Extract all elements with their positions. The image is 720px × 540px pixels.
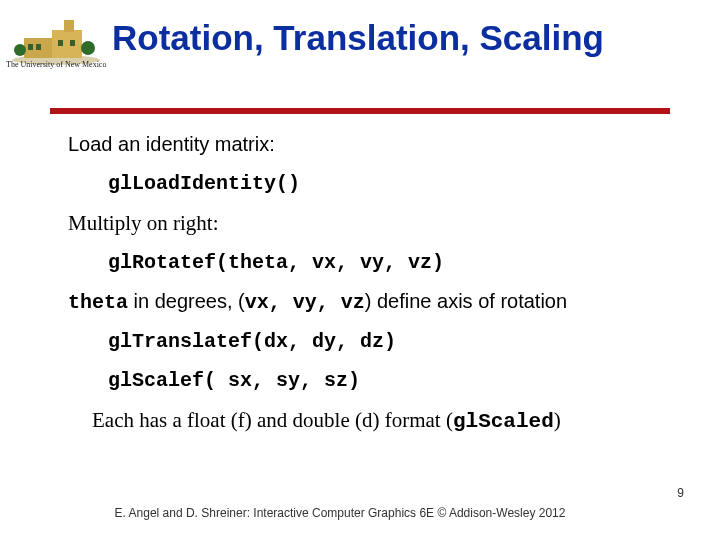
note-pre: Each has a float (f) and double (d) form… <box>92 408 453 432</box>
university-logo <box>10 8 102 80</box>
slide: The University of New Mexico Rotation, T… <box>0 0 720 540</box>
code-rotate: glRotatef(theta, vx, vy, vz) <box>108 250 690 275</box>
code-scale: glScalef( sx, sy, sz) <box>108 368 690 393</box>
page-number: 9 <box>677 486 684 500</box>
svg-rect-6 <box>58 40 63 46</box>
theta-keyword: theta <box>68 291 128 314</box>
svg-rect-2 <box>52 30 82 58</box>
svg-point-8 <box>14 44 26 56</box>
note-post: ) <box>554 408 561 432</box>
code-translate: glTranslatef(dx, dy, dz) <box>108 329 690 354</box>
slide-body: Load an identity matrix: glLoadIdentity(… <box>68 132 690 450</box>
footer-credit: E. Angel and D. Shreiner: Interactive Co… <box>70 506 610 522</box>
svg-point-9 <box>81 41 95 55</box>
code-loadidentity: glLoadIdentity() <box>108 171 690 196</box>
svg-rect-3 <box>64 20 74 32</box>
svg-rect-7 <box>70 40 75 46</box>
slide-title: Rotation, Translation, Scaling <box>112 18 604 58</box>
building-icon <box>10 8 102 66</box>
svg-rect-5 <box>36 44 41 50</box>
title-underline <box>50 108 670 114</box>
line-load-intro: Load an identity matrix: <box>68 132 690 157</box>
svg-rect-4 <box>28 44 33 50</box>
theta-text-end: ) define axis of rotation <box>365 290 567 312</box>
university-name: The University of New Mexico <box>6 60 106 69</box>
line-multiply-intro: Multiply on right: <box>68 210 690 236</box>
line-theta: theta in degrees, (vx, vy, vz) define ax… <box>68 289 690 315</box>
theta-text-mid: in degrees, ( <box>128 290 245 312</box>
line-note: Each has a float (f) and double (d) form… <box>92 407 690 435</box>
note-code: glScaled <box>453 410 554 433</box>
theta-args: vx, vy, vz <box>245 291 365 314</box>
